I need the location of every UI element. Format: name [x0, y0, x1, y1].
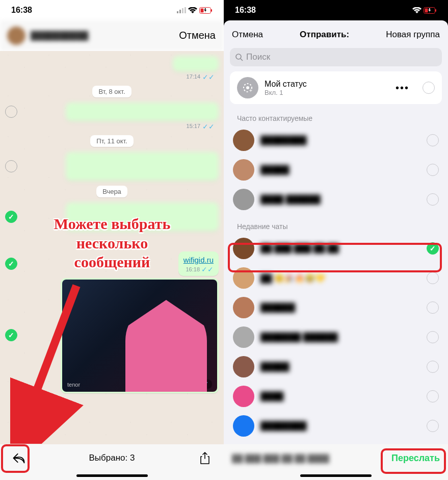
search-placeholder: Поиск [246, 52, 270, 62]
status-icons [412, 7, 437, 14]
selected-recipient: ██ ███ ███ ██ ██ ████ [232, 454, 391, 463]
link-text[interactable]: wifigid.ru [183, 256, 214, 264]
svg-rect-5 [211, 9, 212, 12]
svg-rect-8 [435, 9, 436, 12]
date-separator: Вт, 8 окт. [92, 86, 131, 97]
select-checkbox[interactable] [5, 160, 17, 172]
select-radio[interactable] [427, 331, 439, 343]
avatar [7, 27, 25, 45]
select-radio[interactable] [427, 361, 439, 373]
gif-badge: GIF [126, 322, 153, 349]
my-status-row[interactable]: + Мой статус Вкл. 1 ••• [230, 71, 442, 104]
new-group-button[interactable]: Новая группа [386, 30, 440, 40]
svg-rect-9 [425, 8, 428, 12]
svg-rect-6 [201, 8, 204, 12]
select-radio[interactable] [427, 193, 439, 206]
timestamp: 15:17 [187, 123, 201, 130]
forward-sheet: Отмена Отправить: Новая группа Поиск + М… [224, 20, 448, 480]
svg-rect-2 [182, 8, 183, 13]
message-bubble[interactable] [66, 152, 219, 181]
svg-point-10 [236, 54, 241, 59]
select-radio[interactable] [423, 82, 435, 94]
select-radio[interactable] [427, 390, 439, 402]
home-indicator [300, 474, 372, 477]
contact-row[interactable]: ███████ ██████ [224, 322, 448, 352]
contact-row[interactable]: ██ 😊🎉🔥😂💛 [224, 263, 448, 293]
contact-row[interactable]: ████████ [224, 411, 448, 441]
select-radio[interactable] [427, 272, 439, 284]
svg-rect-1 [179, 10, 181, 13]
select-checkbox-checked[interactable] [5, 329, 17, 341]
forward-sheet-screen: 16:38 Отмена Отправить: Новая группа Пои… [224, 0, 448, 480]
contact-row[interactable]: ████ ██████ [224, 185, 448, 214]
select-radio[interactable] [427, 164, 439, 176]
message-bubble[interactable] [66, 203, 219, 231]
status-icons [177, 7, 213, 14]
share-icon[interactable] [194, 447, 216, 469]
gif-source: tenor [67, 382, 80, 388]
select-radio[interactable] [427, 301, 439, 314]
select-radio[interactable] [427, 420, 439, 432]
search-input[interactable]: Поиск [230, 48, 442, 66]
gif-message[interactable]: GIF tenor 16:20✓✓ [61, 278, 219, 393]
contact-row[interactable]: █████ [224, 155, 448, 185]
chat-selection-screen: 16:38 ██████████ Отмена 17:14 ✓✓ Вт, 8 о… [0, 0, 224, 480]
timestamp: 16:20✓✓ [178, 380, 212, 389]
status-subtitle: Вкл. 1 [265, 89, 389, 96]
svg-rect-0 [177, 11, 178, 13]
contact-row[interactable]: ████████ [224, 125, 448, 155]
select-radio-checked[interactable] [427, 242, 439, 255]
chat-area: 17:14 ✓✓ Вт, 8 окт. 15:17 ✓✓ Пт, 11 окт.… [0, 51, 224, 459]
message-bubble[interactable] [173, 56, 219, 71]
sheet-title: Отправить: [300, 30, 349, 40]
status-bar: 16:38 [224, 0, 448, 20]
home-indicator [76, 474, 148, 477]
section-frequent: Часто контактируемые [224, 111, 448, 125]
contact-row-selected[interactable]: ██ ███ ███ ██ ██ [224, 234, 448, 263]
forward-icon[interactable] [8, 447, 30, 469]
contact-row[interactable]: ██████ [224, 293, 448, 322]
select-checkbox-checked[interactable] [5, 258, 17, 270]
clock: 16:38 [11, 6, 32, 15]
status-title: Мой статус [265, 80, 389, 89]
select-checkbox[interactable] [5, 106, 17, 118]
cancel-button[interactable]: Отмена [232, 30, 263, 40]
date-separator: Пт, 11 окт. [90, 135, 133, 147]
selected-count: Выбрано: 3 [30, 453, 194, 463]
status-bar: 16:38 [0, 0, 224, 20]
svg-rect-3 [185, 7, 186, 13]
status-icon: + [237, 77, 258, 98]
gif-image[interactable]: GIF tenor 16:20✓✓ [62, 280, 217, 392]
link-message[interactable]: wifigid.ru 16:18✓✓ [178, 251, 219, 276]
forward-button[interactable]: Переслать [391, 453, 440, 464]
message-bubble[interactable] [66, 103, 219, 121]
timestamp: 16:18 [186, 266, 200, 272]
cancel-button[interactable]: Отмена [179, 30, 216, 41]
search-icon [235, 53, 243, 61]
contact-name: ██████████ [31, 31, 88, 40]
date-separator: Вчера [96, 186, 127, 197]
clock: 16:38 [235, 6, 256, 15]
contact-row[interactable]: ████ [224, 382, 448, 411]
svg-line-11 [241, 59, 243, 61]
timestamp: 17:14 [187, 73, 201, 81]
select-checkbox-checked[interactable] [5, 211, 17, 223]
svg-text:+: + [249, 88, 252, 93]
sheet-header: Отмена Отправить: Новая группа [224, 20, 448, 45]
select-radio[interactable] [427, 134, 439, 146]
contact-row[interactable]: █████ [224, 352, 448, 382]
section-recent: Недавние чаты [224, 219, 448, 234]
more-icon[interactable]: ••• [396, 82, 409, 94]
